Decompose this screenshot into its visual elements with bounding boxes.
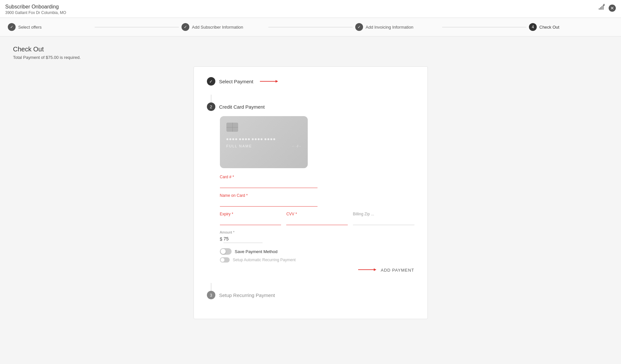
cvv-input[interactable] — [286, 217, 348, 225]
checkout-card: ✓ Select Payment 2 Credit Card Payment — [194, 66, 428, 319]
card-dot — [245, 138, 247, 140]
card-dot — [235, 138, 237, 140]
card-holder-name: FULL NAME — [226, 144, 252, 148]
step-1-circle: ✓ — [8, 23, 16, 31]
credit-card-header: 2 Credit Card Payment — [207, 102, 414, 111]
save-payment-label: Save Payment Method — [235, 249, 278, 254]
credit-card-title: Credit Card Payment — [219, 104, 265, 110]
svg-marker-4 — [374, 268, 376, 271]
dot-group-2 — [239, 138, 250, 140]
amount-input[interactable] — [223, 235, 263, 243]
step-2-circle: ✓ — [182, 23, 189, 31]
save-payment-toggle[interactable] — [220, 248, 232, 255]
select-payment-header: ✓ Select Payment — [207, 77, 414, 86]
card-dot — [242, 138, 244, 140]
page-subtitle: Total Payment of $75.00 is required. — [13, 55, 608, 60]
amount-field: Amount * $ — [220, 230, 272, 243]
card-dot — [264, 138, 266, 140]
setup-recurring-number: 3 — [207, 291, 215, 299]
card-dot — [226, 138, 228, 140]
credit-card-visual-wrapper: FULL NAME ·· ·/·· Card # * Name on Card … — [213, 116, 414, 274]
expiry-cvv-zip-row: Expiry * CVV * Billing Zip ... — [220, 212, 414, 225]
step-connector-3 — [442, 27, 526, 27]
step-connector-2 — [268, 27, 353, 27]
card-chip — [226, 123, 238, 132]
card-number-input[interactable] — [220, 180, 317, 188]
step-connector-1 — [95, 27, 179, 27]
card-number-label: Card # * — [220, 175, 414, 179]
select-payment-number: ✓ — [207, 77, 215, 86]
close-button[interactable]: ✕ — [609, 5, 616, 12]
card-footer: FULL NAME ·· ·/·· — [226, 144, 301, 148]
card-dot — [255, 138, 257, 140]
select-payment-section: ✓ Select Payment — [207, 77, 414, 86]
app-header: Subscriber Onboarding 3900 Gallant Fox D… — [0, 0, 621, 18]
cvv-label: CVV * — [286, 212, 348, 216]
name-on-card-field: Name on Card * — [220, 193, 414, 207]
select-payment-title: Select Payment — [219, 79, 253, 84]
dot-group-1 — [226, 138, 237, 140]
signal-icon — [598, 4, 605, 12]
card-dot — [232, 138, 234, 140]
dot-group-3 — [252, 138, 263, 140]
card-dot — [248, 138, 250, 140]
stepper: ✓ Select offers ✓ Add Subscriber Informa… — [0, 18, 621, 36]
toggle-knob — [221, 249, 226, 254]
close-icon: ✕ — [610, 6, 614, 11]
card-dots — [226, 138, 301, 140]
add-payment-row: ADD PAYMENT — [213, 266, 414, 274]
step-2: ✓ Add Subscriber Information — [182, 23, 266, 31]
name-on-card-input[interactable] — [220, 198, 317, 207]
name-on-card-label: Name on Card * — [220, 193, 414, 198]
expiry-input[interactable] — [220, 217, 281, 225]
amount-prefix: $ — [220, 236, 223, 242]
add-payment-arrow — [358, 266, 378, 274]
card-form: Card # * Name on Card * Expiry * C — [220, 175, 414, 263]
card-dot — [239, 138, 241, 140]
app-subtitle: 3900 Gallant Fox Dr Columbia, MO — [5, 10, 66, 15]
setup-recurring-title: Setup Recurring Payment — [219, 292, 275, 298]
card-dot — [258, 138, 260, 140]
main-content: Check Out Total Payment of $75.00 is req… — [0, 36, 621, 364]
step-4: 4 Check Out — [529, 23, 613, 31]
dot-group-4 — [264, 138, 275, 140]
header-info: Subscriber Onboarding 3900 Gallant Fox D… — [5, 4, 66, 15]
step-4-label: Check Out — [539, 25, 559, 30]
step-4-number: 4 — [532, 25, 534, 29]
auto-recurring-toggle-row: Setup Automatic Recurring Payment — [220, 257, 414, 263]
card-expiry-display: ·· ·/·· — [292, 144, 301, 148]
svg-marker-2 — [276, 80, 278, 83]
step-1-label: Select offers — [18, 25, 42, 30]
step-3-circle: ✓ — [355, 23, 363, 31]
card-dot — [252, 138, 254, 140]
save-payment-toggle-row: Save Payment Method — [220, 248, 414, 255]
section-connector-2 — [211, 283, 211, 291]
card-number-field: Card # * — [220, 175, 414, 188]
card-dot — [270, 138, 272, 140]
auto-recurring-toggle[interactable] — [220, 257, 230, 263]
app-title: Subscriber Onboarding — [5, 4, 66, 10]
step-1: ✓ Select offers — [8, 23, 92, 31]
auto-recurring-label: Setup Automatic Recurring Payment — [233, 258, 296, 262]
card-dot — [267, 138, 269, 140]
credit-card-visual: FULL NAME ·· ·/·· — [220, 116, 308, 168]
card-dot — [229, 138, 231, 140]
section-connector-1 — [211, 95, 211, 102]
step-4-circle: 4 — [529, 23, 537, 31]
add-payment-button[interactable]: ADD PAYMENT — [381, 268, 414, 273]
check-icon-2: ✓ — [184, 25, 187, 29]
card-dot — [273, 138, 275, 140]
select-payment-arrow — [260, 79, 279, 84]
credit-card-number: 2 — [207, 102, 215, 111]
step-2-label: Add Subscriber Information — [192, 25, 243, 30]
expiry-label: Expiry * — [220, 212, 281, 216]
billing-zip-field: Billing Zip ... — [353, 212, 414, 225]
setup-recurring-header: 3 Setup Recurring Payment — [207, 291, 414, 299]
billing-zip-input[interactable] — [353, 217, 414, 225]
toggle-small-knob — [221, 258, 224, 262]
billing-zip-label: Billing Zip ... — [353, 212, 414, 216]
cvv-field: CVV * — [286, 212, 348, 225]
step-3-label: Add Invoicing Information — [366, 25, 413, 30]
check-icon-3: ✓ — [358, 25, 361, 29]
page-title: Check Out — [13, 46, 608, 53]
